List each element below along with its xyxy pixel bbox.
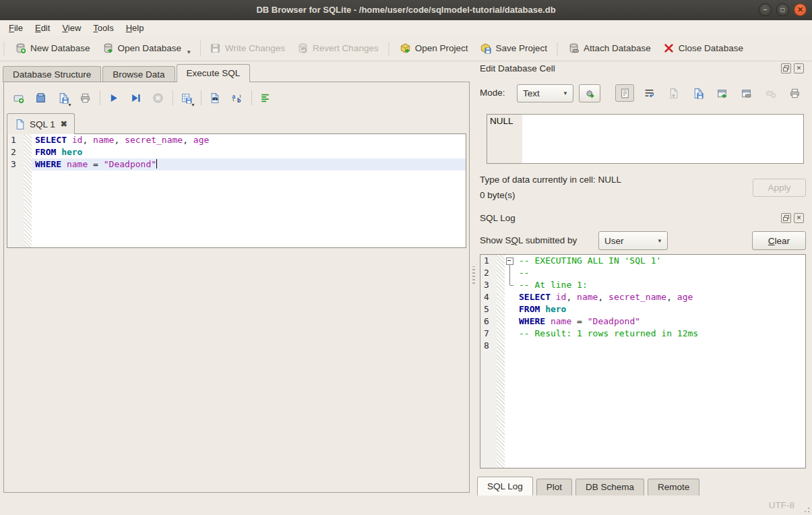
sql-doc-tab-label: SQL 1 xyxy=(30,119,55,129)
write-changes-icon xyxy=(210,42,221,54)
toolbar-button-label: Revert Changes xyxy=(313,43,379,53)
close-panel-icon[interactable] xyxy=(794,213,804,223)
open-project-button[interactable]: Open Project xyxy=(394,38,474,58)
edit-cell-title: Edit Database Cell xyxy=(480,63,555,73)
fold-marker-column[interactable] xyxy=(505,255,516,468)
word-wrap-button[interactable] xyxy=(639,84,658,102)
sql-editor[interactable]: 123SELECT id, name, secret_name, ageFROM… xyxy=(7,133,466,248)
auto-apply-button[interactable] xyxy=(579,84,600,102)
line-number: 5 xyxy=(484,303,497,315)
open-sql-file-icon xyxy=(35,92,46,104)
find-button[interactable] xyxy=(206,89,224,107)
menu-edit[interactable]: Edit xyxy=(29,22,56,34)
open-database-button[interactable]: Open Database▼ xyxy=(96,38,198,58)
toolbar-button-label: Save Project xyxy=(495,43,547,53)
replace-button[interactable]: ab xyxy=(228,89,246,107)
clear-log-button[interactable]: Clear xyxy=(752,231,806,250)
dock-tab-sql-log[interactable]: SQL Log xyxy=(477,477,533,495)
print-button[interactable] xyxy=(76,89,94,107)
new-tab-icon xyxy=(13,92,24,104)
sql-log-filter-value: User xyxy=(604,236,624,246)
toolbar-handle[interactable] xyxy=(2,41,7,56)
code-area[interactable]: SELECT id, name, secret_name, ageFROM he… xyxy=(32,134,466,247)
format-icon xyxy=(259,92,271,104)
save-project-button[interactable]: Save Project xyxy=(474,38,553,58)
execute-all-button[interactable] xyxy=(104,89,123,107)
sql-log-filter-select[interactable]: User ▼ xyxy=(598,231,668,250)
apply-button[interactable]: Apply xyxy=(753,179,806,197)
fold-marker xyxy=(505,267,516,279)
resize-grip[interactable] xyxy=(802,505,810,513)
chevron-down-icon: ▼ xyxy=(563,90,568,96)
open-database-icon xyxy=(102,42,114,54)
close-panel-icon[interactable] xyxy=(794,63,804,73)
close-database-button[interactable]: Close Database xyxy=(657,38,749,58)
fold-margin xyxy=(497,255,505,468)
gear-apply-icon xyxy=(584,88,596,99)
execute-all-icon xyxy=(108,92,119,104)
maximize-button[interactable]: ▢ xyxy=(776,3,789,16)
menu-view[interactable]: View xyxy=(56,22,87,34)
open-external-icon xyxy=(716,88,728,99)
toolbar-handle[interactable] xyxy=(387,41,392,56)
save-sql-file-button[interactable]: ▼ xyxy=(54,89,72,107)
print-cell-button[interactable] xyxy=(785,84,804,102)
export-results-button[interactable]: ▼ xyxy=(177,89,195,107)
line-number-gutter: 123 xyxy=(7,134,24,247)
dock-tab-remote[interactable]: Remote xyxy=(648,479,699,495)
attach-database-button[interactable]: Attach Database xyxy=(562,38,657,58)
fold-marker xyxy=(505,291,516,303)
copy-link-button[interactable] xyxy=(737,84,755,102)
sql-doc-tab[interactable]: SQL 1 ✖ xyxy=(7,113,75,134)
toolbar-button-label: Attach Database xyxy=(584,43,651,53)
dock-tab-db-schema[interactable]: DB Schema xyxy=(575,479,644,495)
tab-database-structure[interactable]: Database Structure xyxy=(3,66,101,82)
dock-tab-plot[interactable]: Plot xyxy=(536,479,572,495)
cell-value-editor[interactable]: NULL xyxy=(487,114,804,164)
float-panel-icon[interactable] xyxy=(781,63,791,73)
title-bar[interactable]: DB Browser for SQLite - /home/user/code/… xyxy=(0,0,812,21)
text-mode-button[interactable] xyxy=(615,84,634,102)
replace-icon: ab xyxy=(231,92,243,104)
open-external-button[interactable] xyxy=(712,84,731,102)
sql-log-view[interactable]: 12345678-- EXECUTING ALL IN 'SQL 1'---- … xyxy=(480,254,806,468)
minimize-button[interactable]: − xyxy=(759,3,772,16)
new-database-button[interactable]: New Database xyxy=(9,38,96,58)
close-tab-icon[interactable]: ✖ xyxy=(61,119,67,129)
stop-icon xyxy=(152,92,164,104)
code-line: FROM hero xyxy=(516,303,805,315)
main-tab-bar: Database StructureBrowse DataExecute SQL xyxy=(3,65,251,82)
code-line: SELECT id, name, secret_name, age xyxy=(32,134,466,146)
menu-help[interactable]: Help xyxy=(120,22,150,34)
code-line: WHERE name = "Deadpond" xyxy=(516,315,805,328)
execute-line-button[interactable] xyxy=(127,89,145,107)
save-sql-file-icon xyxy=(57,92,69,104)
line-number: 3 xyxy=(484,279,497,291)
fold-marker[interactable] xyxy=(505,255,516,267)
format-button[interactable] xyxy=(256,89,274,107)
new-tab-button[interactable] xyxy=(9,89,28,107)
word-wrap-icon xyxy=(644,88,655,99)
menu-tools[interactable]: Tools xyxy=(87,22,119,34)
edit-cell-dock-buttons xyxy=(781,63,804,73)
close-button[interactable]: ✕ xyxy=(794,3,807,16)
mode-select[interactable]: Text ▼ xyxy=(517,84,573,102)
float-panel-icon[interactable] xyxy=(781,213,791,223)
code-area[interactable]: -- EXECUTING ALL IN 'SQL 1'---- At line … xyxy=(516,255,805,468)
open-sql-file-button[interactable] xyxy=(32,89,50,107)
tab-browse-data[interactable]: Browse Data xyxy=(102,66,175,82)
chevron-down-icon: ▼ xyxy=(191,102,195,107)
toolbar-handle[interactable] xyxy=(555,41,560,56)
menu-file[interactable]: File xyxy=(3,22,29,34)
code-line: WHERE name = "Deadpond" xyxy=(32,158,466,171)
new-database-icon xyxy=(15,42,26,54)
fold-marker xyxy=(505,279,516,291)
text-caret xyxy=(156,159,157,169)
splitter-handle-panes[interactable] xyxy=(472,266,475,284)
menu-bar: FileEditViewToolsHelp xyxy=(0,20,812,36)
toolbar-button-label: Close Database xyxy=(679,43,743,53)
tab-execute-sql[interactable]: Execute SQL xyxy=(177,64,251,82)
code-line xyxy=(516,340,805,352)
export-data-button[interactable] xyxy=(688,84,707,102)
dock-tab-bar: SQL LogPlotDB SchemaRemote xyxy=(477,477,703,495)
